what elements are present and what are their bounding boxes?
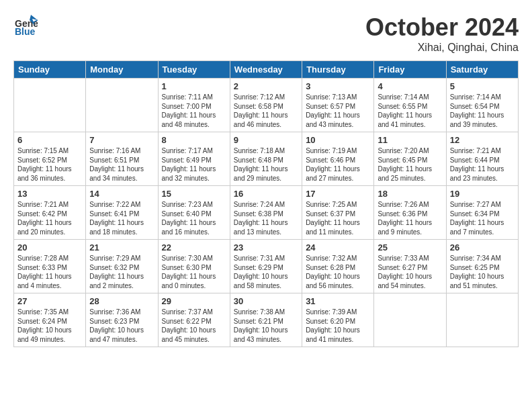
day-cell-30: 30Sunrise: 7:38 AM Sunset: 6:21 PM Dayli… (230, 293, 302, 347)
day-info: Sunrise: 7:36 AM Sunset: 6:23 PM Dayligh… (89, 308, 154, 344)
day-cell-9: 9Sunrise: 7:18 AM Sunset: 6:48 PM Daylig… (230, 132, 302, 186)
logo-icon: General Blue (13, 13, 38, 38)
day-number: 6 (17, 135, 82, 145)
day-info: Sunrise: 7:22 AM Sunset: 6:41 PM Dayligh… (89, 200, 154, 236)
day-info: Sunrise: 7:37 AM Sunset: 6:22 PM Dayligh… (162, 308, 226, 344)
day-cell-15: 15Sunrise: 7:23 AM Sunset: 6:40 PM Dayli… (158, 186, 230, 240)
day-number: 19 (450, 189, 515, 199)
day-number: 1 (162, 81, 226, 91)
day-number: 21 (89, 242, 154, 253)
day-info: Sunrise: 7:30 AM Sunset: 6:30 PM Dayligh… (162, 254, 226, 290)
day-number: 4 (378, 81, 442, 91)
day-cell-2: 2Sunrise: 7:12 AM Sunset: 6:58 PM Daylig… (230, 79, 302, 132)
svg-text:Blue: Blue (15, 26, 36, 37)
day-cell-28: 28Sunrise: 7:36 AM Sunset: 6:23 PM Dayli… (86, 293, 158, 347)
day-info: Sunrise: 7:34 AM Sunset: 6:25 PM Dayligh… (450, 254, 515, 290)
day-info: Sunrise: 7:31 AM Sunset: 6:29 PM Dayligh… (234, 254, 298, 290)
day-info: Sunrise: 7:25 AM Sunset: 6:37 PM Dayligh… (306, 200, 370, 236)
day-number: 16 (234, 189, 298, 199)
day-cell-21: 21Sunrise: 7:29 AM Sunset: 6:32 PM Dayli… (86, 240, 158, 293)
day-number: 11 (378, 135, 442, 145)
day-info: Sunrise: 7:26 AM Sunset: 6:36 PM Dayligh… (378, 200, 442, 236)
day-number: 5 (450, 81, 515, 91)
day-number: 9 (234, 135, 298, 145)
day-number: 27 (17, 296, 82, 306)
page-header: General Blue October 2024 Xihai, Qinghai… (13, 13, 519, 54)
day-header-sunday: Sunday (14, 61, 86, 79)
day-number: 13 (17, 189, 82, 199)
day-cell-20: 20Sunrise: 7:28 AM Sunset: 6:33 PM Dayli… (14, 240, 86, 293)
week-row: 13Sunrise: 7:21 AM Sunset: 6:42 PM Dayli… (14, 186, 519, 240)
header-row: SundayMondayTuesdayWednesdayThursdayFrid… (14, 61, 519, 79)
logo: General Blue (13, 13, 40, 40)
day-header-saturday: Saturday (446, 61, 518, 79)
week-row: 27Sunrise: 7:35 AM Sunset: 6:24 PM Dayli… (14, 293, 519, 347)
day-cell-25: 25Sunrise: 7:33 AM Sunset: 6:27 PM Dayli… (374, 240, 446, 293)
location-subtitle: Xihai, Qinghai, China (365, 42, 519, 54)
day-number: 2 (234, 81, 298, 91)
day-cell-5: 5Sunrise: 7:14 AM Sunset: 6:54 PM Daylig… (446, 79, 518, 132)
day-info: Sunrise: 7:21 AM Sunset: 6:44 PM Dayligh… (450, 146, 515, 183)
day-info: Sunrise: 7:27 AM Sunset: 6:34 PM Dayligh… (450, 200, 515, 236)
day-info: Sunrise: 7:29 AM Sunset: 6:32 PM Dayligh… (89, 254, 154, 290)
day-info: Sunrise: 7:32 AM Sunset: 6:28 PM Dayligh… (306, 254, 370, 290)
week-row: 1Sunrise: 7:11 AM Sunset: 7:00 PM Daylig… (14, 79, 519, 132)
week-row: 6Sunrise: 7:15 AM Sunset: 6:52 PM Daylig… (14, 132, 519, 186)
day-number: 15 (162, 189, 226, 199)
day-cell-3: 3Sunrise: 7:13 AM Sunset: 6:57 PM Daylig… (302, 79, 374, 132)
day-number: 3 (306, 81, 370, 91)
day-info: Sunrise: 7:14 AM Sunset: 6:54 PM Dayligh… (450, 93, 515, 129)
day-number: 14 (89, 189, 154, 199)
day-cell-10: 10Sunrise: 7:19 AM Sunset: 6:46 PM Dayli… (302, 132, 374, 186)
day-number: 22 (162, 242, 226, 253)
day-cell-23: 23Sunrise: 7:31 AM Sunset: 6:29 PM Dayli… (230, 240, 302, 293)
calendar-table: SundayMondayTuesdayWednesdayThursdayFrid… (13, 60, 519, 347)
day-info: Sunrise: 7:16 AM Sunset: 6:51 PM Dayligh… (89, 146, 154, 183)
day-cell-16: 16Sunrise: 7:24 AM Sunset: 6:38 PM Dayli… (230, 186, 302, 240)
day-info: Sunrise: 7:20 AM Sunset: 6:45 PM Dayligh… (378, 146, 442, 183)
day-number: 10 (306, 135, 370, 145)
day-info: Sunrise: 7:39 AM Sunset: 6:20 PM Dayligh… (306, 308, 370, 344)
day-cell-24: 24Sunrise: 7:32 AM Sunset: 6:28 PM Dayli… (302, 240, 374, 293)
day-number: 17 (306, 189, 370, 199)
empty-cell (86, 79, 158, 132)
day-cell-11: 11Sunrise: 7:20 AM Sunset: 6:45 PM Dayli… (374, 132, 446, 186)
day-info: Sunrise: 7:13 AM Sunset: 6:57 PM Dayligh… (306, 93, 370, 129)
day-info: Sunrise: 7:24 AM Sunset: 6:38 PM Dayligh… (234, 200, 298, 236)
empty-cell (446, 293, 518, 347)
day-cell-31: 31Sunrise: 7:39 AM Sunset: 6:20 PM Dayli… (302, 293, 374, 347)
day-number: 20 (17, 242, 82, 253)
day-number: 23 (234, 242, 298, 253)
day-header-monday: Monday (86, 61, 158, 79)
day-info: Sunrise: 7:28 AM Sunset: 6:33 PM Dayligh… (17, 254, 82, 290)
day-cell-22: 22Sunrise: 7:30 AM Sunset: 6:30 PM Dayli… (158, 240, 230, 293)
day-info: Sunrise: 7:18 AM Sunset: 6:48 PM Dayligh… (234, 146, 298, 183)
week-row: 20Sunrise: 7:28 AM Sunset: 6:33 PM Dayli… (14, 240, 519, 293)
day-number: 25 (378, 242, 442, 253)
day-info: Sunrise: 7:38 AM Sunset: 6:21 PM Dayligh… (234, 308, 298, 344)
day-cell-7: 7Sunrise: 7:16 AM Sunset: 6:51 PM Daylig… (86, 132, 158, 186)
day-header-tuesday: Tuesday (158, 61, 230, 79)
day-info: Sunrise: 7:33 AM Sunset: 6:27 PM Dayligh… (378, 254, 442, 290)
day-number: 12 (450, 135, 515, 145)
day-info: Sunrise: 7:35 AM Sunset: 6:24 PM Dayligh… (17, 308, 82, 344)
day-cell-14: 14Sunrise: 7:22 AM Sunset: 6:41 PM Dayli… (86, 186, 158, 240)
day-cell-6: 6Sunrise: 7:15 AM Sunset: 6:52 PM Daylig… (14, 132, 86, 186)
day-info: Sunrise: 7:14 AM Sunset: 6:55 PM Dayligh… (378, 93, 442, 129)
day-number: 7 (89, 135, 154, 145)
day-number: 24 (306, 242, 370, 253)
day-number: 28 (89, 296, 154, 306)
day-cell-18: 18Sunrise: 7:26 AM Sunset: 6:36 PM Dayli… (374, 186, 446, 240)
day-header-wednesday: Wednesday (230, 61, 302, 79)
day-cell-12: 12Sunrise: 7:21 AM Sunset: 6:44 PM Dayli… (446, 132, 518, 186)
day-info: Sunrise: 7:15 AM Sunset: 6:52 PM Dayligh… (17, 146, 82, 183)
day-cell-1: 1Sunrise: 7:11 AM Sunset: 7:00 PM Daylig… (158, 79, 230, 132)
empty-cell (374, 293, 446, 347)
day-info: Sunrise: 7:12 AM Sunset: 6:58 PM Dayligh… (234, 93, 298, 129)
empty-cell (14, 79, 86, 132)
title-block: October 2024 Xihai, Qinghai, China (365, 13, 519, 54)
day-number: 29 (162, 296, 226, 306)
day-cell-29: 29Sunrise: 7:37 AM Sunset: 6:22 PM Dayli… (158, 293, 230, 347)
day-number: 18 (378, 189, 442, 199)
day-info: Sunrise: 7:23 AM Sunset: 6:40 PM Dayligh… (162, 200, 226, 236)
